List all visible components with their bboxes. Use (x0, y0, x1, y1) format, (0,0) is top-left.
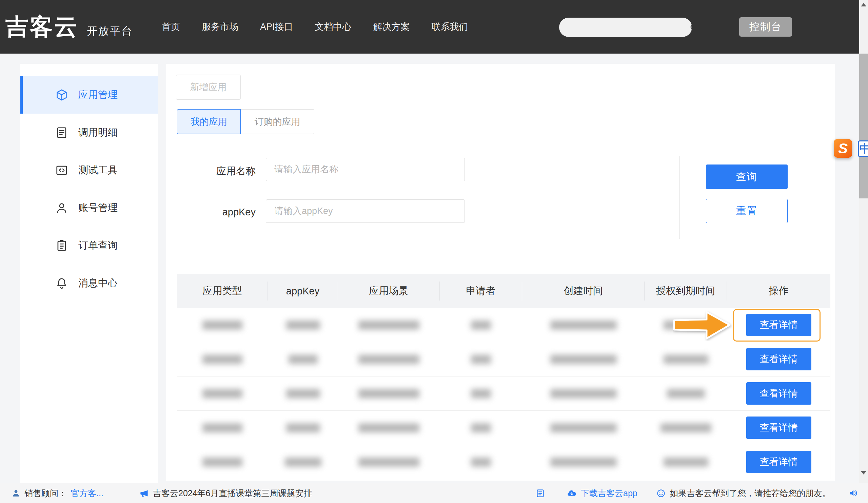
cell-created-time (522, 308, 644, 342)
app-name-input[interactable] (266, 158, 465, 181)
view-detail-button[interactable]: 查看详情 (746, 382, 812, 404)
notes-tool[interactable] (536, 483, 545, 503)
cell-app-type (177, 308, 268, 342)
ime-language-badge[interactable]: 中 (858, 141, 868, 157)
cell-actions: 查看详情 (727, 377, 830, 410)
table-header: 应用类型 appKey 应用场景 申请者 创建时间 授权到期时间 操作 (177, 274, 830, 308)
sidebar-item-call-details[interactable]: 调用明细 (20, 114, 158, 151)
table-row: 查看详情 (177, 377, 830, 411)
table-row: 查看详情 (177, 342, 830, 377)
sidebar-item-order-query[interactable]: 订单查询 (20, 227, 158, 264)
cell-appkey (268, 342, 338, 376)
cell-expire-time (644, 377, 727, 410)
cell-created-time (522, 411, 644, 445)
nav-item-contact[interactable]: 联系我们 (432, 21, 468, 33)
sidebar-item-label: 测试工具 (78, 164, 118, 177)
redacted-text (663, 458, 708, 467)
cell-app-scene (338, 342, 440, 376)
vertical-scrollbar[interactable] (859, 0, 868, 483)
sound-toggle[interactable] (848, 483, 858, 503)
nav-item-solutions[interactable]: 解决方案 (373, 21, 410, 33)
redacted-text (471, 320, 491, 330)
table-body: 查看详情 查看详情 (177, 308, 830, 479)
main-content: 新增应用 我的应用 订购的应用 应用名称 appKey 查询 重置 应用类型 a… (166, 64, 835, 481)
cell-created-time (522, 445, 644, 479)
view-detail-button[interactable]: 查看详情 (746, 417, 812, 439)
cell-expire-time (644, 342, 727, 376)
code-icon (55, 164, 68, 177)
logo-text: 吉客云 (6, 11, 79, 42)
nav-item-docs[interactable]: 文档中心 (315, 21, 352, 33)
view-detail-button[interactable]: 查看详情 (746, 451, 812, 473)
redacted-text (358, 389, 420, 398)
cell-app-scene (338, 308, 440, 342)
nav-item-service-market[interactable]: 服务市场 (202, 21, 238, 33)
scroll-up-arrow-icon[interactable] (859, 1, 868, 9)
console-button[interactable]: 控制台 (739, 17, 792, 37)
sidebar-item-account-management[interactable]: 账号管理 (20, 189, 158, 227)
smiley-icon (657, 489, 665, 498)
sales-label: 销售顾问： (24, 488, 67, 499)
nav-item-api[interactable]: API接口 (260, 21, 293, 33)
cell-actions: 查看详情 (727, 445, 830, 479)
redacted-text (286, 423, 320, 432)
nav-item-home[interactable]: 首页 (162, 21, 180, 33)
add-app-button[interactable]: 新增应用 (176, 75, 241, 100)
announcement[interactable]: 吉客云2024年6月直播课堂第三周课题安排 (140, 483, 312, 503)
redacted-text (550, 320, 617, 330)
page: 吉客云 开放平台 首页 服务市场 API接口 文档中心 解决方案 联系我们 控制… (0, 0, 868, 503)
megaphone-icon (140, 489, 149, 498)
redacted-text (550, 423, 617, 432)
column-header-app-scene: 应用场景 (338, 281, 440, 300)
platform-name: 开放平台 (87, 24, 133, 38)
query-button[interactable]: 查询 (706, 164, 788, 189)
redacted-text (286, 389, 320, 398)
sidebar-item-app-management[interactable]: 应用管理 (20, 76, 158, 114)
appkey-input[interactable] (266, 199, 465, 223)
header-search-input[interactable] (559, 18, 689, 37)
view-detail-button[interactable]: 查看详情 (746, 314, 812, 336)
tab-subscribed-apps[interactable]: 订购的应用 (241, 109, 314, 134)
header-search[interactable] (559, 18, 692, 37)
cell-created-time (522, 342, 644, 376)
redacted-text (203, 458, 242, 467)
view-detail-button[interactable]: 查看详情 (746, 348, 812, 370)
column-header-expire-time: 授权到期时间 (644, 281, 727, 300)
official-service-link[interactable]: 官方客... (71, 488, 103, 499)
redacted-text (663, 355, 708, 364)
cell-expire-time (644, 445, 727, 479)
scrollbar-thumb[interactable] (859, 54, 868, 198)
cell-app-scene (338, 411, 440, 445)
apps-table: 应用类型 appKey 应用场景 申请者 创建时间 授权到期时间 操作 查看详 (177, 274, 830, 479)
redacted-text (471, 355, 491, 364)
brand-logo[interactable]: 吉客云 开放平台 (6, 0, 133, 54)
download-app[interactable]: 下载吉客云app (567, 483, 638, 503)
redacted-text (203, 355, 242, 364)
download-app-link[interactable]: 下载吉客云app (581, 488, 638, 499)
scroll-down-arrow-icon[interactable] (859, 469, 868, 477)
cell-applicant (440, 411, 522, 445)
redacted-text (667, 389, 705, 398)
redacted-text (663, 320, 708, 330)
table-row: 查看详情 (177, 411, 830, 445)
reset-button[interactable]: 重置 (706, 199, 788, 223)
column-header-app-type: 应用类型 (177, 281, 268, 300)
top-nav-menu: 首页 服务市场 API接口 文档中心 解决方案 联系我们 (162, 0, 468, 54)
sidebar: 应用管理 调用明细 测试工具 账号管理 (20, 64, 158, 483)
sidebar-item-message-center[interactable]: 消息中心 (20, 264, 158, 302)
redacted-text (550, 389, 617, 398)
cell-applicant (440, 377, 522, 410)
sidebar-item-test-tools[interactable]: 测试工具 (20, 151, 158, 189)
search-icon[interactable] (689, 18, 692, 37)
cube-icon (55, 89, 68, 101)
redacted-text (285, 458, 321, 467)
redacted-text (471, 423, 491, 432)
redacted-text (289, 355, 318, 364)
redacted-text (286, 320, 320, 330)
referral: 如果吉客云帮到了您，请推荐给您的朋友。 (657, 483, 831, 503)
redacted-text (203, 320, 242, 330)
cell-app-type (177, 411, 268, 445)
tab-my-apps[interactable]: 我的应用 (177, 109, 241, 134)
user-icon (55, 202, 68, 214)
sogou-ime-icon[interactable]: S (834, 139, 852, 158)
